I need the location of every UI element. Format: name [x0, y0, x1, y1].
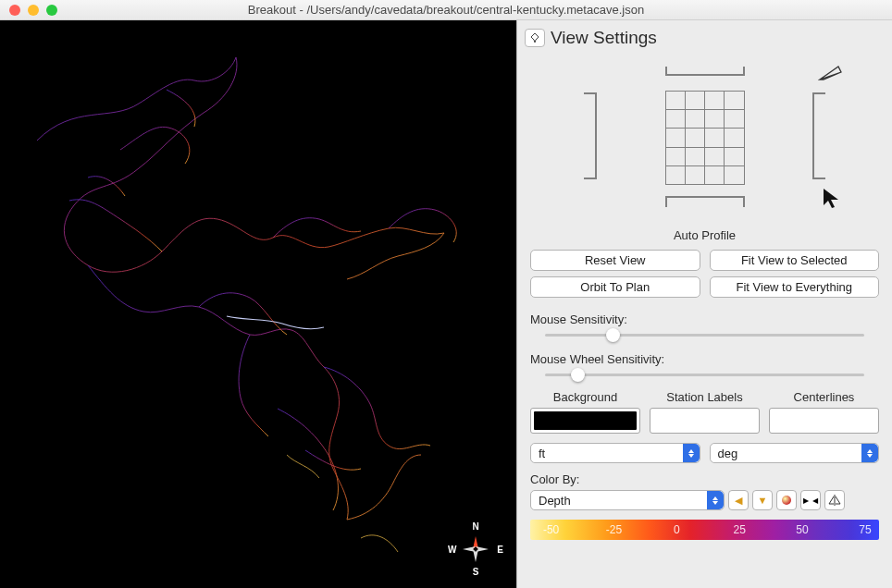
view-diagram: Auto Profile — [530, 57, 879, 242]
mirror-icon — [828, 495, 841, 506]
left-view-button[interactable] — [584, 92, 597, 179]
units-row: ft deg — [517, 437, 892, 467]
reset-view-button[interactable]: Reset View — [530, 250, 700, 271]
fit-selected-button[interactable]: Fit View to Selected — [710, 250, 880, 271]
window-title: Breakout - /Users/andy/cavedata/breakout… — [0, 3, 892, 17]
panel-title: View Settings — [551, 28, 657, 48]
angle-units-select[interactable]: deg — [710, 443, 880, 463]
flag-down-button[interactable]: ▼ — [752, 490, 773, 510]
perspective-icon[interactable] — [818, 65, 842, 81]
main-area: N S W E View Settings — [0, 20, 892, 588]
view-buttons: Reset View Fit View to Selected Orbit To… — [517, 244, 892, 307]
right-view-button[interactable] — [812, 92, 825, 179]
centerlines-color-swatch[interactable] — [769, 408, 879, 434]
cave-render — [0, 20, 516, 588]
minimize-window-icon[interactable] — [28, 5, 39, 16]
ramp-tick: 50 — [796, 523, 808, 536]
distance-units-select[interactable]: ft — [530, 443, 700, 463]
compass-w: W — [448, 545, 456, 555]
close-window-icon[interactable] — [9, 5, 20, 16]
mouse-sensitivity-label: Mouse Sensitivity: — [517, 307, 892, 328]
cursor-icon[interactable] — [820, 187, 842, 209]
flag-left-button[interactable]: ◀ — [728, 490, 749, 510]
chevron-updown-icon — [707, 491, 724, 509]
zoom-window-icon[interactable] — [46, 5, 57, 16]
fit-everything-button[interactable]: Fit View to Everything — [710, 276, 880, 298]
background-color-label: Background — [530, 390, 640, 404]
color-by-select[interactable]: Depth — [530, 490, 725, 510]
bottom-view-button[interactable] — [665, 196, 745, 207]
ramp-tick: 25 — [734, 523, 746, 536]
panel-header: View Settings — [517, 20, 892, 54]
circle-button[interactable] — [776, 490, 797, 510]
flag-down-icon: ▼ — [758, 495, 768, 506]
compass-s: S — [473, 567, 479, 577]
svg-marker-2 — [463, 546, 476, 552]
ramp-tick: 0 — [674, 523, 680, 536]
compass-rose: N S W E — [448, 521, 503, 577]
wheel-sensitivity-label: Mouse Wheel Sensitivity: — [517, 347, 892, 368]
arrow-right-icon: ▶ — [801, 496, 811, 505]
ramp-tick: -50 — [543, 523, 559, 536]
top-view-button[interactable] — [665, 67, 745, 76]
swap-button[interactable]: ▶◀ — [800, 490, 821, 510]
compass-n: N — [472, 521, 478, 532]
window-controls — [0, 5, 57, 16]
titlebar: Breakout - /Users/andy/cavedata/breakout… — [0, 0, 892, 20]
color-by-row: Depth ◀ ▼ ▶◀ — [517, 488, 892, 514]
color-by-label: Color By: — [517, 467, 892, 488]
pin-icon — [529, 32, 540, 43]
slider-thumb[interactable] — [606, 328, 620, 342]
station-labels-color-swatch[interactable] — [650, 408, 760, 434]
ramp-tick: 75 — [859, 523, 871, 536]
orbit-plan-button[interactable]: Orbit To Plan — [530, 276, 700, 298]
color-swatches-row: Background Station Labels Centerlines — [517, 386, 892, 437]
svg-marker-3 — [476, 546, 489, 552]
arrow-left-icon: ◀ — [811, 496, 820, 505]
chevron-updown-icon — [861, 444, 878, 462]
chevron-updown-icon — [683, 444, 700, 462]
compass-e: E — [497, 545, 503, 555]
view-grid[interactable] — [665, 91, 745, 185]
ramp-tick: -25 — [606, 523, 622, 536]
auto-profile-label: Auto Profile — [530, 228, 879, 242]
centerlines-color-label: Centerlines — [769, 390, 879, 404]
compass-rose-icon — [463, 536, 489, 562]
viewport-3d[interactable]: N S W E — [0, 20, 516, 588]
slider-thumb[interactable] — [571, 368, 585, 382]
background-color-swatch[interactable] — [530, 408, 640, 434]
pin-panel-button[interactable] — [525, 29, 545, 47]
station-labels-color-label: Station Labels — [650, 390, 760, 404]
wheel-sensitivity-slider[interactable] — [545, 368, 864, 381]
mouse-sensitivity-slider[interactable] — [545, 328, 864, 341]
flag-left-icon: ◀ — [735, 495, 742, 507]
color-ramp[interactable]: -50 -25 0 25 50 75 — [530, 520, 879, 540]
mirror-button[interactable] — [824, 490, 845, 510]
circle-icon — [782, 496, 791, 505]
settings-panel: View Settings Auto Profile Reset View Fi… — [516, 20, 892, 588]
